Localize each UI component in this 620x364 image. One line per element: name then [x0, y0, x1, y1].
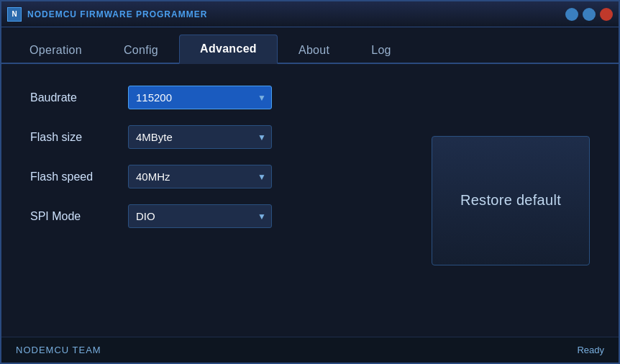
window-title: NODEMCU FIRMWARE PROGRAMMER — [27, 9, 565, 19]
tab-log[interactable]: Log — [350, 36, 412, 64]
spi-mode-row: SPI Mode QIO QOUT DIO DOUT ▼ — [30, 204, 388, 228]
spi-mode-select-wrapper: QIO QOUT DIO DOUT ▼ — [128, 204, 272, 228]
form-section: Baudrate 9600 57600 115200 230400 460800… — [30, 86, 388, 315]
tab-config[interactable]: Config — [103, 36, 179, 64]
tab-bar: Operation Config Advanced About Log — [1, 27, 619, 64]
spi-mode-label: SPI Mode — [30, 210, 117, 223]
button-section: Restore default — [417, 86, 590, 315]
main-content: Baudrate 9600 57600 115200 230400 460800… — [1, 64, 619, 337]
tab-about[interactable]: About — [278, 36, 350, 64]
status-bar: NODEMCU TEAM Ready — [1, 337, 619, 363]
window-controls — [565, 8, 613, 21]
baudrate-row: Baudrate 9600 57600 115200 230400 460800… — [30, 86, 388, 109]
status-team: NODEMCU TEAM — [16, 345, 577, 355]
flash-speed-select-wrapper: 20MHz 26MHz 40MHz 80MHz ▼ — [128, 165, 272, 188]
main-window: N NODEMCU FIRMWARE PROGRAMMER Operation … — [0, 0, 620, 364]
spi-mode-select[interactable]: QIO QOUT DIO DOUT — [128, 204, 272, 228]
status-ready: Ready — [577, 345, 604, 355]
baudrate-label: Baudrate — [30, 91, 117, 104]
restore-default-button[interactable]: Restore default — [432, 136, 590, 265]
flash-size-select[interactable]: 512KByte 1MByte 2MByte 4MByte 8MByte 16M… — [128, 125, 272, 149]
baudrate-select[interactable]: 9600 57600 115200 230400 460800 921600 — [128, 86, 272, 109]
title-bar: N NODEMCU FIRMWARE PROGRAMMER — [1, 1, 619, 27]
maximize-button[interactable] — [583, 8, 596, 21]
tab-operation[interactable]: Operation — [9, 36, 103, 64]
flash-size-label: Flash size — [30, 131, 117, 144]
app-icon: N — [7, 7, 22, 22]
minimize-button[interactable] — [565, 8, 578, 21]
close-button[interactable] — [600, 8, 613, 21]
flash-size-select-wrapper: 512KByte 1MByte 2MByte 4MByte 8MByte 16M… — [128, 125, 272, 149]
flash-size-row: Flash size 512KByte 1MByte 2MByte 4MByte… — [30, 125, 388, 149]
flash-speed-select[interactable]: 20MHz 26MHz 40MHz 80MHz — [128, 165, 272, 188]
flash-speed-label: Flash speed — [30, 170, 117, 183]
flash-speed-row: Flash speed 20MHz 26MHz 40MHz 80MHz ▼ — [30, 165, 388, 188]
baudrate-select-wrapper: 9600 57600 115200 230400 460800 921600 ▼ — [128, 86, 272, 109]
tab-advanced[interactable]: Advanced — [179, 35, 278, 64]
